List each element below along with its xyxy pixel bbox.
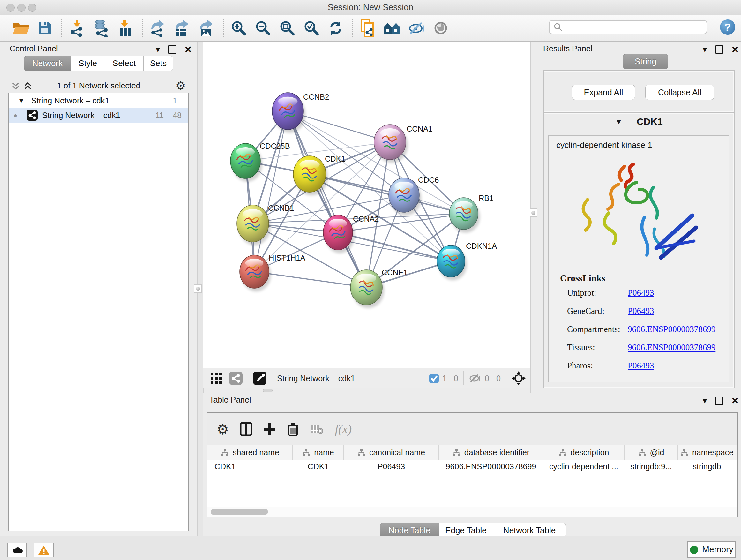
- network-node-CDC6[interactable]: [389, 178, 421, 215]
- cell--id[interactable]: stringdb:9...: [624, 459, 678, 474]
- crosslink-link[interactable]: 9606.ENSP00000378699: [628, 324, 716, 334]
- help-icon[interactable]: ?: [720, 19, 735, 35]
- crosslink-link[interactable]: P06493: [628, 361, 654, 371]
- network-node-CCNA1[interactable]: [374, 125, 408, 163]
- results-panel-close-icon[interactable]: ×: [732, 46, 738, 53]
- tab-select[interactable]: Select: [105, 56, 144, 71]
- add-column-icon[interactable]: [263, 423, 276, 435]
- refresh-icon[interactable]: [326, 18, 346, 38]
- import-table-file-icon[interactable]: [116, 18, 136, 38]
- import-network-file-icon[interactable]: [67, 18, 87, 38]
- node-table-box: ⚙ f(x) shared namenamecanonical namedata…: [207, 413, 738, 517]
- network-node-CDK1[interactable]: [293, 156, 328, 195]
- control-panel-float-icon[interactable]: ▾: [156, 46, 160, 53]
- memory-status-dot: [690, 546, 698, 554]
- export-network-icon[interactable]: [148, 18, 168, 38]
- export-table-icon[interactable]: [172, 18, 192, 38]
- memory-button[interactable]: Memory: [687, 542, 736, 558]
- hide-results-eye-icon[interactable]: [407, 18, 426, 38]
- network-node-RB1[interactable]: [449, 198, 480, 233]
- control-panel-divider-handle[interactable]: [194, 285, 202, 293]
- column-header-database-identifier[interactable]: database identifier: [439, 445, 543, 460]
- save-session-icon[interactable]: [35, 18, 55, 38]
- selected-checkbox-icon[interactable]: [429, 373, 439, 383]
- cell-database-identifier[interactable]: 9606.ENSP00000378699: [439, 459, 543, 474]
- search-input[interactable]: [549, 20, 707, 34]
- network-share-view-icon[interactable]: [229, 372, 243, 385]
- network-node-CCNA2[interactable]: [323, 215, 354, 253]
- tab-string[interactable]: String: [623, 54, 668, 69]
- network-node-CDKN1A[interactable]: [437, 245, 467, 280]
- fit-selected-crosshair-icon[interactable]: [511, 371, 526, 386]
- network-row[interactable]: ● String Network – cdk1 11 48: [9, 108, 188, 123]
- table-panel-divider-handle[interactable]: [263, 388, 273, 392]
- export-image-icon[interactable]: [197, 18, 216, 38]
- crosslink-link[interactable]: 9606.ENSP00000378699: [628, 343, 716, 353]
- zoom-selected-icon[interactable]: [301, 18, 321, 38]
- crosslink-link[interactable]: P06493: [628, 288, 654, 298]
- tab-style[interactable]: Style: [71, 56, 105, 71]
- table-header-row: shared namenamecanonical namedatabase id…: [207, 445, 737, 460]
- network-node-CCNB1[interactable]: [237, 205, 271, 245]
- search-icon: [553, 22, 563, 32]
- column-header-name[interactable]: name: [293, 445, 344, 460]
- tab-sets[interactable]: Sets: [144, 56, 173, 71]
- results-panel-divider-handle[interactable]: [529, 208, 537, 217]
- table-panel-float-icon[interactable]: ▾: [703, 397, 707, 404]
- cell-canonical-name[interactable]: P06493: [344, 459, 439, 474]
- string-home-icon[interactable]: [382, 18, 402, 38]
- network-canvas[interactable]: CCNB2CCNA1CDC25BCDK1CDC6RB1CCNB1CCNA2CDK…: [203, 42, 530, 368]
- network-node-CCNB2[interactable]: [272, 92, 306, 133]
- scrollbar-thumb[interactable]: [211, 509, 268, 515]
- column-header--id[interactable]: @id: [624, 445, 678, 460]
- control-panel-maximize-icon[interactable]: [168, 45, 177, 54]
- delete-table-icon: [310, 423, 324, 435]
- crosslinks-section: CrossLinks Uniprot:P06493GeneCard:P06493…: [549, 273, 729, 379]
- network-options-gear-icon[interactable]: ⚙: [176, 79, 186, 92]
- gene-collapse-icon[interactable]: ▼: [615, 117, 623, 126]
- table-row[interactable]: CDK1CDK1P064939606.ENSP00000378699cyclin…: [207, 459, 737, 474]
- column-header-shared-name[interactable]: shared name: [207, 445, 293, 460]
- column-type-icon: [558, 449, 567, 456]
- import-network-database-icon[interactable]: [91, 18, 111, 38]
- cloud-status-button[interactable]: [7, 543, 27, 557]
- collapse-all-button[interactable]: Collapse All: [645, 84, 714, 100]
- zoom-out-icon[interactable]: [253, 18, 273, 38]
- control-panel-close-icon[interactable]: ×: [185, 46, 192, 53]
- crosslink-row: Pharos:P06493: [567, 361, 729, 371]
- column-header-canonical-name[interactable]: canonical name: [344, 445, 439, 460]
- column-header-description[interactable]: description: [543, 445, 624, 460]
- network-node-CCNE1[interactable]: [350, 270, 384, 308]
- crosslink-link[interactable]: P06493: [628, 306, 654, 316]
- open-session-icon[interactable]: [11, 18, 30, 38]
- show-results-eye-icon[interactable]: [431, 18, 451, 38]
- table-panel-close-icon[interactable]: ×: [732, 397, 738, 404]
- results-panel-maximize-icon[interactable]: [715, 45, 724, 54]
- delete-column-icon[interactable]: [287, 422, 299, 436]
- table-panel-maximize-icon[interactable]: [715, 396, 724, 405]
- tab-network[interactable]: Network: [24, 56, 71, 71]
- network-grid-view-icon[interactable]: [210, 372, 223, 385]
- warning-status-button[interactable]: [34, 543, 54, 557]
- toolbar-separator: [223, 19, 224, 37]
- collection-expand-icon[interactable]: ▼: [18, 97, 25, 105]
- expand-all-button[interactable]: Expand All: [572, 84, 635, 100]
- cell-name[interactable]: CDK1: [293, 459, 344, 474]
- birdseye-view-icon[interactable]: [253, 372, 266, 385]
- table-settings-gear-icon[interactable]: ⚙: [216, 421, 229, 437]
- show-columns-icon[interactable]: [240, 422, 253, 436]
- zoom-in-icon[interactable]: [229, 18, 249, 38]
- zoom-fit-icon[interactable]: [277, 18, 297, 38]
- results-panel-divider[interactable]: [530, 42, 540, 393]
- results-panel-float-icon[interactable]: ▾: [703, 46, 707, 53]
- column-header-namespace[interactable]: namespace: [678, 445, 736, 460]
- network-node-CDC25B[interactable]: [230, 143, 262, 182]
- share-document-icon[interactable]: [358, 18, 378, 38]
- cell-description[interactable]: cyclin-dependent ...: [543, 459, 624, 474]
- cell-shared-name[interactable]: CDK1: [207, 459, 293, 474]
- network-collection-row[interactable]: ▼ String Network – cdk1 1: [9, 93, 188, 108]
- table-horizontal-scrollbar[interactable]: [207, 507, 737, 516]
- toolbar-separator: [352, 19, 353, 37]
- cell-namespace[interactable]: stringdb: [678, 459, 736, 474]
- toolbar-separator: [272, 371, 272, 385]
